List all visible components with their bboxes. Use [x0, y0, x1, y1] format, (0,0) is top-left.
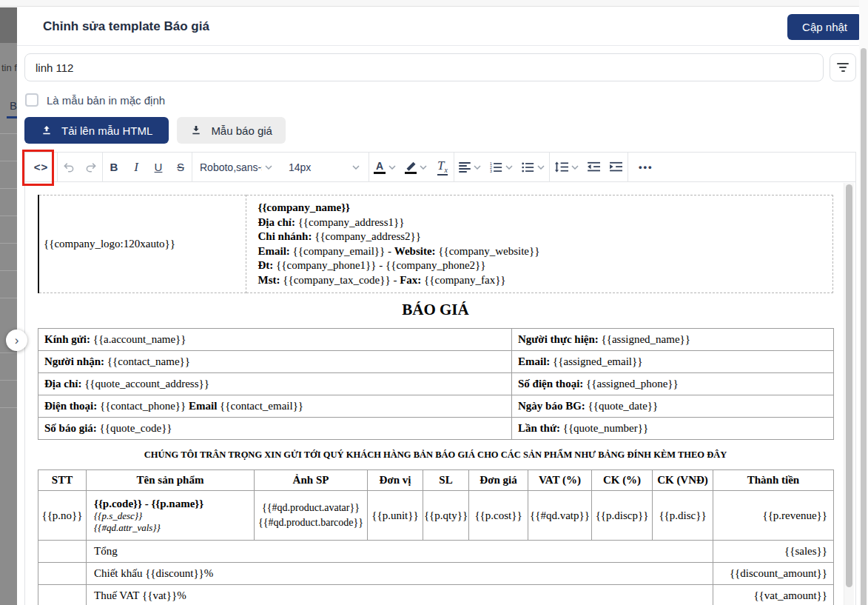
upload-html-button[interactable]: Tải lên mẫu HTML: [24, 117, 169, 144]
update-button[interactable]: Cập nhật: [787, 14, 862, 40]
table-row: Điện thoại: {{contact_phone}} Email {{co…: [38, 395, 834, 418]
company-name: {{company_name}}: [258, 201, 833, 215]
highlight-pen-icon: [405, 161, 417, 174]
dimmed-page-backdrop: tin f B: [0, 7, 17, 605]
editor-scrollbar-thumb[interactable]: [846, 184, 852, 587]
quote-title: BÁO GIÁ: [38, 301, 833, 319]
font-family-select[interactable]: Roboto,sans-s...: [192, 153, 280, 182]
align-button[interactable]: [454, 153, 485, 182]
default-print-checkbox[interactable]: [25, 93, 38, 107]
underline-button[interactable]: U: [147, 153, 169, 182]
item-image-cell: {{#qd.product.avatar}} {{#qd.product.bar…: [255, 491, 368, 541]
company-info-cell: {{company_name}} Địa chỉ: {{company_addr…: [246, 195, 833, 293]
modal-title: Chỉnh sửa template Báo giá: [43, 19, 209, 34]
upload-icon: [41, 124, 53, 136]
clear-format-icon: Tx: [437, 158, 448, 176]
chevron-down-icon: [352, 165, 360, 170]
chevron-down-icon: [571, 165, 579, 170]
modal-header: Chỉnh sửa template Báo giá Cập nhật: [17, 7, 868, 46]
summary-label: Tổng: [87, 541, 713, 563]
company-email-website: Email: {{company_email}} - Website: {{co…: [258, 244, 833, 259]
chevron-down-icon: [388, 165, 396, 170]
italic-button[interactable]: I: [125, 153, 147, 182]
outdent-button[interactable]: [583, 153, 605, 182]
outdent-icon: [588, 161, 601, 173]
text-color-button[interactable]: A: [369, 153, 400, 182]
edit-template-modal: Chỉnh sửa template Báo giá Cập nhật Là m…: [17, 7, 868, 605]
table-row: Kính gửi: {{a.account_name}} Người thực …: [38, 329, 834, 351]
summary-discount-row: Chiết khấu {{discount}}% {{discount_amou…: [38, 563, 834, 585]
item-unit: {{p.unit}}: [368, 491, 423, 541]
undo-button[interactable]: [58, 153, 80, 182]
item-cost: {{p.cost}}: [469, 491, 528, 541]
page-top-strip: [0, 0, 868, 7]
indent-button[interactable]: [605, 153, 628, 182]
code-view-button[interactable]: <>: [25, 153, 57, 182]
ordered-list-icon: 123: [490, 161, 502, 173]
quote-statement: CHÚNG TÔI TRÂN TRỌNG XIN GỬI TỚI QUÝ KHÁ…: [38, 449, 833, 461]
font-family-value: Roboto,sans-s...: [200, 161, 262, 173]
summary-label: Chiết khấu {{discount}}%: [87, 563, 713, 585]
bullet-list-button[interactable]: [517, 153, 549, 182]
summary-value: {{discount_amount}}: [713, 563, 834, 585]
sample-quote-button[interactable]: Mẫu báo giá: [177, 117, 286, 144]
backdrop-tab-fragment: B: [10, 99, 17, 112]
editor-toolbar: <> B I U S Roboto,sans-s...: [25, 153, 855, 182]
chevron-right-icon: ›: [15, 333, 19, 348]
more-icon: •••: [639, 161, 653, 173]
svg-text:3: 3: [490, 169, 492, 173]
line-height-icon: [554, 161, 568, 173]
font-size-select[interactable]: 14px: [280, 153, 369, 182]
expand-panel-button[interactable]: ›: [6, 330, 27, 351]
page-scrollbar-thumb[interactable]: [861, 48, 867, 605]
backdrop-header-block: [0, 7, 17, 43]
company-address1: Địa chỉ: {{company_address1}}: [258, 215, 833, 230]
item-revenue: {{p.revenue}}: [713, 491, 834, 541]
editor-scrollbar[interactable]: [844, 183, 854, 605]
template-actions-row: Tải lên mẫu HTML Mẫu báo giá: [24, 117, 286, 144]
download-icon: [190, 124, 202, 136]
page-scrollbar[interactable]: [859, 0, 868, 605]
item-no: {{p.no}}: [38, 491, 87, 541]
item-template-row: {{p.no}} {{p.code}} - {{p.name}} {{p.s_d…: [38, 491, 834, 541]
bold-button[interactable]: B: [103, 153, 125, 182]
company-logo-placeholder: {{company_logo:120xauto}}: [38, 195, 246, 293]
filter-button[interactable]: [830, 53, 856, 81]
company-tax-fax: Mst: {{company_tax_code}} - Fax: {{compa…: [258, 273, 833, 288]
line-height-button[interactable]: [550, 153, 583, 182]
ordered-list-button[interactable]: 123: [485, 153, 517, 182]
strikethrough-button[interactable]: S: [169, 153, 192, 182]
italic-icon: I: [134, 160, 138, 175]
backdrop-text-fragment: tin f: [1, 62, 17, 73]
redo-button[interactable]: [80, 153, 102, 182]
code-icon: <>: [34, 161, 49, 173]
chevron-down-icon: [537, 165, 545, 170]
editor-content[interactable]: {{company_logo:120xauto}} {{company_name…: [38, 195, 833, 605]
filter-icon: [837, 63, 849, 64]
summary-total-row: Tổng {{sales}}: [38, 541, 834, 563]
undo-icon: [62, 161, 75, 174]
font-size-value: 14px: [289, 161, 349, 173]
chevron-down-icon: [265, 165, 272, 170]
table-row: Địa chỉ: {{quote_account_address}} Số đi…: [38, 373, 834, 395]
align-left-icon: [459, 161, 471, 174]
item-discount-pct: {{p.discp}}: [592, 491, 653, 541]
default-print-row: Là mẫu bản in mặc định: [25, 92, 165, 108]
chevron-down-icon: [505, 165, 513, 170]
items-header-row: STT Tên sản phẩm Ảnh SP Đơn vị SL Đơn gi…: [38, 470, 834, 491]
clear-format-button[interactable]: Tx: [431, 153, 454, 182]
summary-vat-row: Thuế VAT {{vat}}% {{vat_amount}}: [38, 585, 834, 605]
summary-value: {{sales}}: [713, 541, 834, 563]
indent-icon: [610, 161, 623, 173]
highlight-color-button[interactable]: [400, 153, 431, 182]
company-header-table: {{company_logo:120xauto}} {{company_name…: [38, 195, 833, 293]
template-name-input[interactable]: [24, 53, 824, 81]
item-qty: {{p.qty}}: [423, 491, 469, 541]
more-button[interactable]: •••: [628, 153, 664, 182]
text-color-icon: A: [374, 161, 386, 174]
table-row: Người nhận: {{contact_name}} Email: {{as…: [38, 351, 834, 373]
chevron-down-icon: [474, 165, 481, 170]
item-name-cell: {{p.code}} - {{p.name}} {{p.s_desc}} {{#…: [87, 491, 255, 541]
summary-label: Thuế VAT {{vat}}%: [87, 585, 713, 605]
richtext-editor: <> B I U S Roboto,sans-s...: [24, 152, 856, 605]
